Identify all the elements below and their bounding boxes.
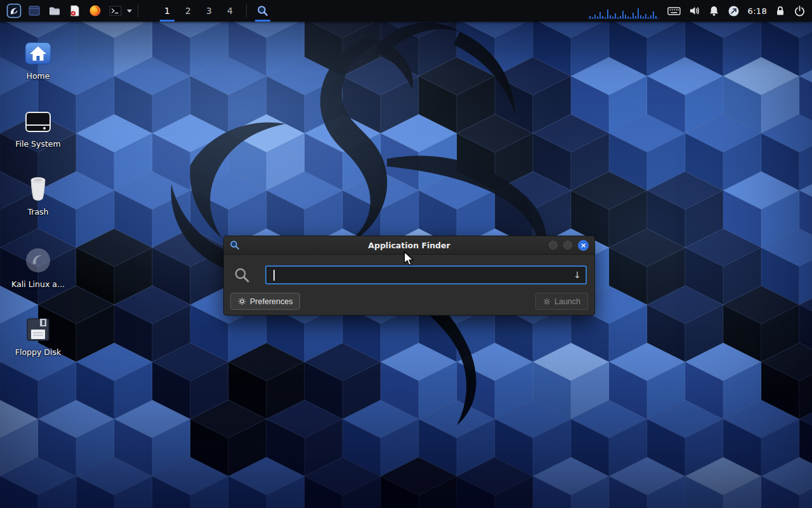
panel-separator — [138, 4, 138, 17]
desktop-icon-floppy-disk[interactable]: Floppy Disk — [5, 311, 71, 357]
desktop-icon-label: Floppy Disk — [5, 347, 71, 357]
search-input[interactable]: ↓ — [265, 265, 587, 284]
volume-icon[interactable] — [689, 5, 700, 17]
desktop-icon-trash[interactable]: Trash — [5, 170, 71, 217]
desktop-icon-file-system[interactable]: File System — [5, 102, 71, 149]
desktop-icon-label: Home — [5, 71, 71, 81]
network-status-icon[interactable] — [728, 5, 740, 17]
panel-separator — [246, 4, 247, 17]
window-buttons: × — [549, 240, 589, 251]
home-folder-icon — [5, 34, 71, 66]
panel-clock[interactable]: 6:18 — [748, 6, 767, 16]
window-manager-icon[interactable] — [26, 3, 43, 19]
workspace-button-3[interactable]: 3 — [199, 0, 219, 22]
panel-status-area: 6:18 — [588, 0, 808, 22]
desktop-icon-kali-linux[interactable]: Kali Linux a... — [5, 243, 71, 289]
search-row: ↓ — [224, 255, 594, 284]
magnifier-icon — [256, 4, 269, 17]
dialog-button-row: Preferences Launch — [224, 284, 594, 310]
file-system-drive-icon — [5, 102, 71, 134]
window-title: Application Finder — [224, 241, 594, 250]
text-editor-icon[interactable] — [67, 3, 83, 19]
desktop-icon-home[interactable]: Home — [5, 34, 71, 81]
system-monitor-graph[interactable] — [588, 3, 659, 19]
workspace-button-1[interactable]: 1 — [157, 0, 178, 22]
gear-icon — [238, 297, 246, 305]
workspace-button-4[interactable]: 4 — [219, 0, 240, 22]
lock-icon[interactable] — [775, 5, 785, 17]
panel-left-group: 1 2 3 4 — [4, 0, 273, 22]
kali-faded-icon — [5, 243, 71, 274]
desktop-icon-label: Trash — [5, 207, 71, 217]
terminal-icon[interactable] — [107, 3, 124, 19]
launch-label: Launch — [554, 297, 580, 306]
desktop-icon-label: File System — [5, 139, 71, 149]
power-icon[interactable] — [794, 5, 806, 17]
preferences-button[interactable]: Preferences — [230, 293, 300, 310]
workspace-button-2[interactable]: 2 — [178, 0, 199, 22]
terminal-dropdown-arrow-icon[interactable] — [127, 10, 132, 13]
text-caret — [273, 270, 275, 281]
file-manager-icon[interactable] — [46, 3, 63, 19]
titlebar[interactable]: Application Finder × — [224, 236, 594, 255]
application-finder-window: Application Finder × ↓ Preferences — [223, 236, 595, 316]
maximize-button[interactable] — [563, 241, 572, 250]
firefox-icon[interactable] — [87, 3, 103, 19]
kali-menu-icon[interactable] — [6, 3, 22, 19]
close-button[interactable]: × — [578, 240, 589, 251]
keyboard-icon[interactable] — [667, 6, 681, 16]
preferences-label: Preferences — [250, 297, 292, 306]
floppy-disk-icon — [5, 311, 71, 342]
history-dropdown-icon[interactable]: ↓ — [573, 270, 581, 280]
desktop-icon-label: Kali Linux a... — [5, 279, 71, 289]
launch-button[interactable]: Launch — [535, 293, 588, 310]
notifications-bell-icon[interactable] — [709, 5, 719, 17]
minimize-button[interactable] — [549, 241, 558, 250]
trash-empty-icon — [5, 170, 71, 202]
top-panel: 1 2 3 4 — [0, 0, 812, 22]
search-icon — [233, 267, 251, 284]
window-icon-magnifier — [230, 240, 240, 250]
workspace-switcher: 1 2 3 4 — [157, 0, 240, 22]
launch-gear-icon — [543, 298, 551, 305]
taskbar-window-application-finder[interactable] — [252, 0, 273, 22]
